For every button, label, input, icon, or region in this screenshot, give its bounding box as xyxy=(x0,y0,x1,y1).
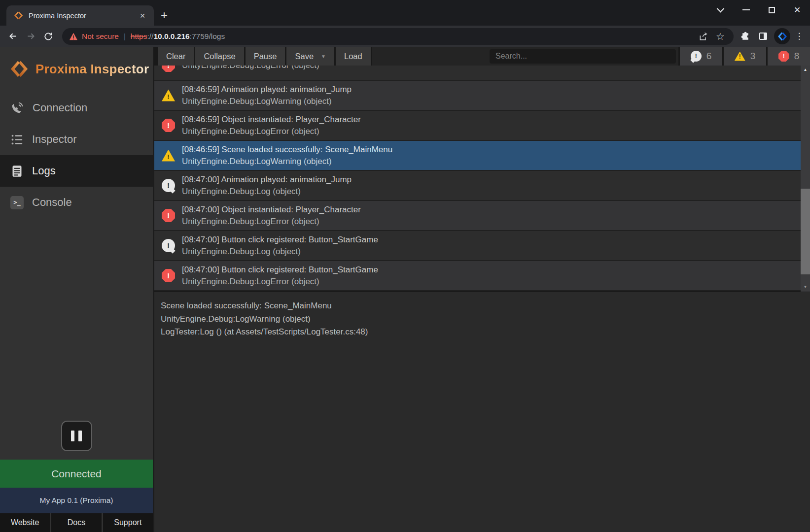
brand: Proxima Inspector xyxy=(0,47,153,78)
sidebar-item-inspector[interactable]: Inspector xyxy=(0,124,153,155)
window-controls: ✕ xyxy=(707,0,810,20)
log-scrollbar[interactable]: ▲ ▼ xyxy=(801,66,810,292)
log-stacktrace: UnityEngine.Debug:LogError (object) xyxy=(182,126,361,137)
save-button[interactable]: Save ▼ xyxy=(286,47,334,66)
log-row-text: [08:46:59] Object instantiated: Player_C… xyxy=(182,114,361,137)
log-message: [08:47:00] Object instantiated: Player_C… xyxy=(182,204,361,216)
profile-avatar[interactable] xyxy=(774,28,790,44)
scrollbar-thumb[interactable] xyxy=(801,189,810,274)
log-stacktrace: UnityEngine.Debug:Log (object) xyxy=(182,246,378,258)
terminal-icon: >_ xyxy=(10,196,24,209)
maximize-button[interactable] xyxy=(759,0,784,20)
sidebar-item-label: Inspector xyxy=(32,133,77,146)
brand-title: Proxima Inspector xyxy=(35,62,149,77)
log-message: [08:47:00] Button click registered: Butt… xyxy=(182,264,378,276)
sidebar-nav: Connection Inspector Logs >_ xyxy=(0,92,153,218)
log-row-text: [08:47:00] Button click registered: Butt… xyxy=(182,264,378,288)
scroll-up-arrow-icon[interactable]: ▲ xyxy=(801,66,810,73)
scroll-down-arrow-icon[interactable]: ▼ xyxy=(801,283,810,291)
satellite-icon xyxy=(10,101,24,115)
error-icon: ! xyxy=(778,51,789,62)
warning-icon: ! xyxy=(162,150,175,162)
app-name-bar: My App 0.1 (Proxima) xyxy=(0,488,153,513)
info-count-filter[interactable]: ! 6 xyxy=(680,47,722,66)
log-row-text: [08:46:59] Scene loaded successfully: Sc… xyxy=(182,144,392,167)
not-secure-warning-icon xyxy=(69,33,78,40)
sidebar-footer: Website Docs Support xyxy=(0,513,153,532)
error-icon: ! xyxy=(162,269,175,282)
log-stacktrace: UnityEngine.Debug:LogWarning (object) xyxy=(182,156,392,167)
log-stacktrace: UnityEngine.Debug:LogWarning (object) xyxy=(182,96,352,107)
tab-search-chevron-icon[interactable] xyxy=(707,0,733,20)
url-text: https://10.0.0.216:7759/logs xyxy=(131,32,225,41)
close-window-button[interactable]: ✕ xyxy=(784,0,810,20)
extensions-puzzle-icon[interactable] xyxy=(737,28,754,45)
not-secure-label: Not secure xyxy=(82,32,119,41)
forward-button[interactable] xyxy=(22,28,39,45)
info-icon: ! xyxy=(691,51,702,62)
save-dropdown-caret-icon[interactable]: ▼ xyxy=(321,54,326,59)
log-row-text: [08:47:00] Object instantiated: Player_C… xyxy=(182,204,361,228)
log-row[interactable]: ![08:47:00] Animation played: animation_… xyxy=(154,171,810,201)
error-icon: ! xyxy=(162,66,175,72)
log-row[interactable]: !UnityEngine.Debug:LogError (object) xyxy=(154,66,810,81)
website-link[interactable]: Website xyxy=(0,513,50,532)
log-stacktrace: UnityEngine.Debug:LogError (object) xyxy=(182,216,361,228)
sidebar-item-label: Console xyxy=(32,196,72,209)
error-count-filter[interactable]: ! 8 xyxy=(768,47,810,66)
clear-button[interactable]: Clear xyxy=(158,47,194,66)
log-message: [08:46:59] Object instantiated: Player_C… xyxy=(182,114,361,126)
sidebar-item-logs[interactable]: Logs xyxy=(0,155,153,187)
log-row[interactable]: ![08:47:00] Button click registered: But… xyxy=(154,261,810,291)
minimize-button[interactable] xyxy=(733,0,759,20)
error-icon: ! xyxy=(162,119,175,132)
warning-count-filter[interactable]: ! 3 xyxy=(724,47,766,66)
reload-button[interactable] xyxy=(39,28,57,45)
log-message: [08:47:00] Animation played: animation_J… xyxy=(182,174,352,186)
log-row[interactable]: ![08:46:59] Object instantiated: Player_… xyxy=(154,111,810,141)
sidebar-item-connection[interactable]: Connection xyxy=(0,92,153,124)
log-row-text: [08:46:59] Animation played: animation_J… xyxy=(182,84,352,107)
document-icon xyxy=(10,165,24,178)
collapse-button[interactable]: Collapse xyxy=(195,47,244,66)
info-count: 6 xyxy=(706,51,712,62)
share-icon[interactable] xyxy=(695,29,712,44)
bookmark-star-icon[interactable]: ☆ xyxy=(712,29,729,44)
log-stacktrace: UnityEngine.Debug:LogError (object) xyxy=(182,276,378,288)
pause-icon xyxy=(71,431,74,441)
log-row[interactable]: ![08:47:00] Object instantiated: Player_… xyxy=(154,201,810,231)
tab-title: Proxima Inspector xyxy=(29,12,137,20)
support-link[interactable]: Support xyxy=(103,513,153,532)
info-icon: ! xyxy=(162,239,175,252)
load-button[interactable]: Load xyxy=(336,47,371,66)
sidebar: Proxima Inspector Connection Inspector xyxy=(0,47,154,532)
detail-line: UnityEngine.Debug:LogWarning (object) xyxy=(161,313,810,326)
search-input[interactable] xyxy=(490,49,676,64)
pause-stream-button[interactable] xyxy=(61,421,92,451)
log-message: [08:46:59] Scene loaded successfully: Sc… xyxy=(182,144,392,156)
new-tab-button[interactable]: + xyxy=(157,8,172,23)
log-row[interactable]: ![08:46:59] Scene loaded successfully: S… xyxy=(154,141,810,171)
error-count: 8 xyxy=(794,51,800,62)
docs-link[interactable]: Docs xyxy=(51,513,101,532)
error-icon: ! xyxy=(162,209,175,222)
connection-status-badge: Connected xyxy=(0,460,153,488)
tab-close-icon[interactable]: ✕ xyxy=(137,10,148,21)
info-icon: ! xyxy=(162,179,175,192)
browser-tab-strip: Proxima Inspector ✕ + ✕ xyxy=(0,0,810,26)
proxima-logo-icon xyxy=(10,60,29,78)
url-divider: | xyxy=(124,32,126,40)
log-message: [08:46:59] Animation played: animation_J… xyxy=(182,84,352,96)
sidebar-item-label: Connection xyxy=(33,101,87,114)
sidebar-item-console[interactable]: >_ Console xyxy=(0,187,153,218)
side-panel-icon[interactable] xyxy=(754,28,772,45)
warning-icon: ! xyxy=(735,52,745,61)
pause-button[interactable]: Pause xyxy=(246,47,285,66)
log-row[interactable]: ![08:47:00] Button click registered: But… xyxy=(154,231,810,261)
log-row-text: UnityEngine.Debug:LogError (object) xyxy=(182,66,319,71)
omnibox[interactable]: Not secure | https://10.0.0.216:7759/log… xyxy=(62,28,734,45)
back-button[interactable] xyxy=(4,28,22,45)
log-row[interactable]: ![08:46:59] Animation played: animation_… xyxy=(154,81,810,111)
browser-menu-icon[interactable]: ⋮ xyxy=(792,31,806,41)
browser-tab[interactable]: Proxima Inspector ✕ xyxy=(6,5,154,26)
